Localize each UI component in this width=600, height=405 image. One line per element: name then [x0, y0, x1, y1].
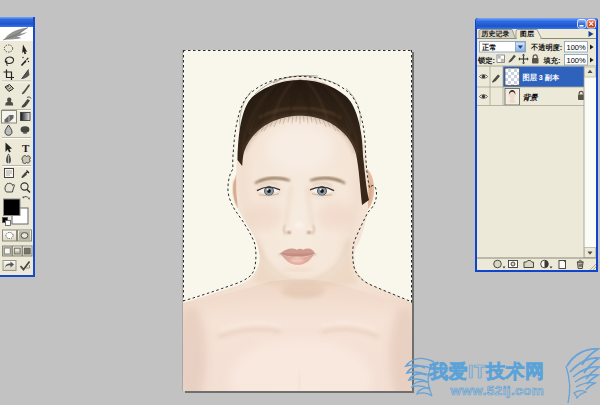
svg-text:100%: 100%: [567, 43, 587, 52]
svg-text:100%: 100%: [567, 56, 587, 65]
svg-text:背景: 背景: [523, 93, 540, 102]
svg-text:www.52ij.com: www.52ij.com: [450, 383, 545, 398]
svg-text:不透明度:: 不透明度:: [530, 43, 562, 52]
svg-text:我爱IT技术网: 我爱IT技术网: [428, 361, 544, 382]
svg-text:正常: 正常: [481, 43, 496, 52]
svg-text:图层: 图层: [520, 30, 535, 38]
svg-text:历史记录: 历史记录: [481, 30, 510, 38]
svg-text:图层 3 副本: 图层 3 副本: [523, 73, 561, 82]
svg-text:锁定:: 锁定:: [477, 56, 495, 65]
svg-text:T: T: [22, 142, 30, 154]
svg-text:填充:: 填充:: [543, 56, 561, 65]
